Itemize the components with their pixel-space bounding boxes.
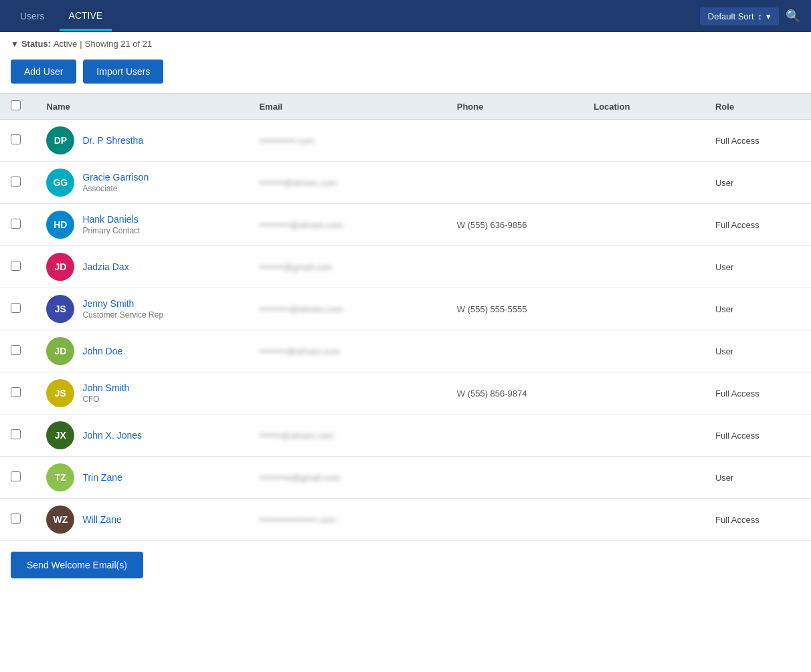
nav-tab-active[interactable]: ACTIVE <box>60 2 112 31</box>
user-name-link[interactable]: Will Zane <box>82 514 121 525</box>
avatar: JS <box>46 379 74 407</box>
user-subtitle: Customer Service Rep <box>82 310 163 320</box>
email-value: •••••••••e@gmail.com <box>259 473 340 483</box>
name-cell: GG Gracie Garrison Associate <box>35 162 248 204</box>
role-value: User <box>715 346 733 356</box>
avatar: JD <box>46 253 74 281</box>
email-cell: ••••••••••@striven.com <box>248 204 446 246</box>
name-cell: HD Hank Daniels Primary Contact <box>35 204 248 246</box>
phone-value: W (555) 636-9856 <box>457 220 527 230</box>
user-name-link[interactable]: John Doe <box>82 346 122 356</box>
import-users-button[interactable]: Import Users <box>83 60 163 84</box>
location-cell <box>583 288 705 330</box>
role-value: User <box>715 304 733 314</box>
sort-icon: ↕️ <box>758 11 763 21</box>
header-email: Email <box>248 94 446 120</box>
top-navigation: Users ACTIVE Default Sort ↕️ ▾ 🔍 <box>0 0 811 32</box>
nav-tab-users[interactable]: Users <box>11 3 54 29</box>
phone-cell <box>446 162 583 204</box>
sort-button[interactable]: Default Sort ↕️ ▾ <box>700 7 779 25</box>
row-checkbox[interactable] <box>11 261 21 271</box>
filter-icon: ▼ <box>11 39 19 49</box>
chevron-down-icon: ▾ <box>766 11 771 21</box>
avatar: GG <box>46 169 74 197</box>
name-info: John X. Jones <box>82 430 142 441</box>
header-checkbox-cell <box>0 94 35 120</box>
status-label: Status: <box>21 39 51 49</box>
location-cell <box>583 120 705 162</box>
table-row: JD John Doe •••••••••@striven.comUser <box>0 330 811 372</box>
location-cell <box>583 415 705 457</box>
user-subtitle: CFO <box>82 395 129 404</box>
row-checkbox[interactable] <box>11 177 21 187</box>
phone-cell <box>446 457 583 499</box>
row-checkbox[interactable] <box>11 387 21 397</box>
action-buttons: Add User Import Users <box>0 55 811 93</box>
row-checkbox[interactable] <box>11 134 21 144</box>
name-cell: JS John Smith CFO <box>35 372 248 415</box>
name-info: Will Zane <box>82 514 121 525</box>
user-subtitle: Primary Contact <box>82 226 140 235</box>
search-button[interactable]: 🔍 <box>786 9 800 23</box>
role-cell: User <box>705 288 811 330</box>
user-name-link[interactable]: John X. Jones <box>82 430 142 441</box>
name-info: Hank Daniels Primary Contact <box>82 214 140 235</box>
row-checkbox[interactable] <box>11 303 21 313</box>
phone-value: W (555) 555-5555 <box>457 304 527 314</box>
phone-cell <box>446 330 583 372</box>
avatar: HD <box>46 211 74 239</box>
email-cell: ••••••••@striven.com <box>248 162 446 204</box>
role-value: User <box>715 262 733 272</box>
user-name-link[interactable]: Gracie Garrison <box>82 172 149 183</box>
select-all-checkbox[interactable] <box>11 100 21 110</box>
location-cell <box>583 246 705 288</box>
name-cell: WZ Will Zane <box>35 499 248 541</box>
add-user-button[interactable]: Add User <box>11 60 76 84</box>
name-cell: DP Dr. P Shrestha <box>35 120 248 162</box>
phone-cell <box>446 499 583 541</box>
role-cell: Full Access <box>705 499 811 541</box>
user-name-link[interactable]: Jadzia Dax <box>82 261 128 272</box>
user-name-link[interactable]: Hank Daniels <box>82 214 138 225</box>
header-name: Name <box>35 94 248 120</box>
phone-cell <box>446 120 583 162</box>
role-value: Full Access <box>715 431 759 441</box>
status-bar: ▼ Status: Active | Showing 21 of 21 <box>0 32 811 55</box>
row-checkbox[interactable] <box>11 429 21 439</box>
avatar: JS <box>46 295 74 323</box>
search-icon: 🔍 <box>786 9 800 23</box>
table-row: WZ Will Zane •••••••••••••••••••.comFull… <box>0 499 811 541</box>
row-checkbox[interactable] <box>11 345 21 355</box>
user-name-link[interactable]: Dr. P Shrestha <box>82 135 143 146</box>
name-cell: JX John X. Jones <box>35 415 248 457</box>
user-name-link[interactable]: Jenny Smith <box>82 298 134 309</box>
role-value: Full Access <box>715 388 759 399</box>
user-name-link[interactable]: Trin Zane <box>82 472 122 483</box>
location-cell <box>583 372 705 415</box>
row-checkbox[interactable] <box>11 219 21 229</box>
nav-tabs: Users ACTIVE <box>11 2 112 31</box>
row-checkbox[interactable] <box>11 471 21 481</box>
email-cell: •••••••••••••••••••.com <box>248 499 446 541</box>
header-role: Role <box>705 94 811 120</box>
role-cell: Full Access <box>705 204 811 246</box>
name-cell: TZ Trin Zane <box>35 457 248 499</box>
role-value: Full Access <box>715 136 759 146</box>
location-cell <box>583 457 705 499</box>
user-subtitle: Associate <box>82 184 149 193</box>
row-checkbox[interactable] <box>11 514 21 524</box>
email-value: ••••••••••@striven.com <box>259 220 343 230</box>
table-row: JS Jenny Smith Customer Service Rep ••••… <box>0 288 811 330</box>
location-cell <box>583 330 705 372</box>
table-row: HD Hank Daniels Primary Contact ••••••••… <box>0 204 811 246</box>
table-header-row: Name Email Phone Location Role <box>0 94 811 120</box>
role-cell: User <box>705 330 811 372</box>
user-name-link[interactable]: John Smith <box>82 382 129 393</box>
name-cell: JS Jenny Smith Customer Service Rep <box>35 288 248 330</box>
send-welcome-button[interactable]: Send Welcome Email(s) <box>11 552 143 578</box>
phone-cell <box>446 415 583 457</box>
email-cell <box>248 372 446 415</box>
role-cell: User <box>705 162 811 204</box>
avatar: DP <box>46 126 74 154</box>
name-info: John Smith CFO <box>82 382 129 404</box>
